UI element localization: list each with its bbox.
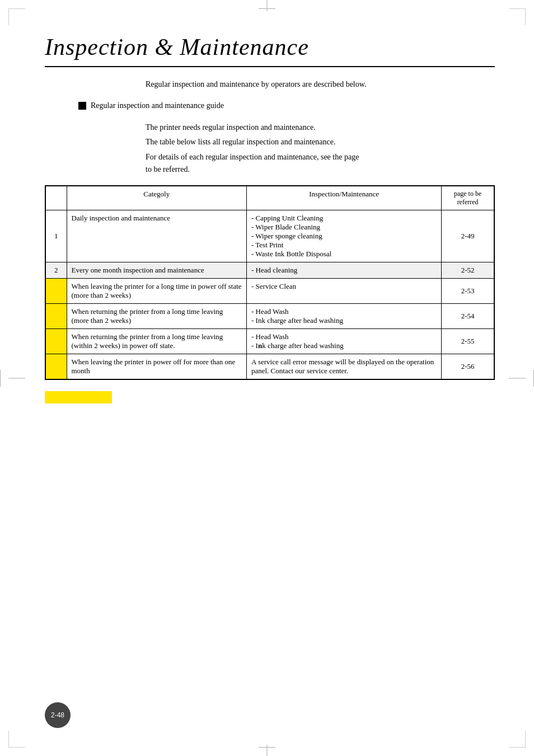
th-category: Categoly [67,186,246,210]
row-num-5 [46,328,67,354]
maintenance-table: Categoly Inspection/Maintenance page to … [45,186,494,379]
row-category-4: When returning the printer from a long t… [67,303,246,328]
table-row: 2 Every one month inspection and mainten… [46,262,494,278]
sub-intro-1: The printer needs regular inspection and… [146,121,495,134]
title-underline [45,66,495,67]
table-row: When leaving the printer for a long time… [46,278,494,303]
crosshair-left-h [8,378,25,378]
row-page-4: 2-54 [442,303,494,328]
corner-mark-br [509,731,526,748]
maintenance-table-wrapper: Categoly Inspection/Maintenance page to … [45,185,495,380]
row-page-6: 2-56 [442,354,494,379]
row-inspection-5: - Head Wash- Ink charge after head washi… [246,328,441,354]
table-row: When leaving the printer in power off fo… [46,354,494,379]
black-square-icon [78,102,86,110]
row-inspection-2: - Head cleaning [246,262,441,278]
row-inspection-6: A service call error message will be dis… [246,354,441,379]
row-category-6: When leaving the printer in power off fo… [67,354,246,379]
corner-mark-tr [509,8,526,25]
crosshair-right-h [509,378,526,378]
table-row: When returning the printer from a long t… [46,328,494,354]
page-content: Inspection & Maintenance Regular inspect… [45,34,495,403]
row-page-5: 2-55 [442,328,494,354]
crosshair-bottom-v [267,745,268,756]
row-num-1: 1 [46,210,67,262]
page-number-badge: 2-48 [45,702,71,728]
row-page-3: 2-53 [442,278,494,303]
crosshair-top-v [267,0,268,11]
table-row: 1 Daily inspection and maintenance - Cap… [46,210,494,262]
corner-mark-tl [8,8,25,25]
row-category-2: Every one month inspection and maintenan… [67,262,246,278]
row-page-2: 2-52 [442,262,494,278]
row-category-3: When leaving the printer for a long time… [67,278,246,303]
corner-mark-bl [8,731,25,748]
th-num [46,186,67,210]
section-header-text: Regular inspection and maintenance guide [91,101,224,110]
page-title: Inspection & Maintenance [45,34,495,60]
sub-intro-3: For details of each regular inspection a… [146,151,495,176]
row-num-4 [46,303,67,328]
table-header-row: Categoly Inspection/Maintenance page to … [46,186,494,210]
th-inspection: Inspection/Maintenance [246,186,441,210]
row-num-6 [46,354,67,379]
row-num-2: 2 [46,262,67,278]
row-inspection-4: - Head Wash- Ink charge after head washi… [246,303,441,328]
th-page: page to be referred [442,186,494,210]
page-number-text: 2-48 [51,711,64,719]
yellow-highlight-bar [45,391,112,403]
row-page-1: 2-49 [442,210,494,262]
row-inspection-1: - Capping Unit Cleaning - Wiper Blade Cl… [246,210,441,262]
sub-intro-2: The table below lists all regular inspec… [146,136,495,148]
row-category-1: Daily inspection and maintenance [67,210,246,262]
crosshair-left-v [0,370,1,387]
row-num-3 [46,278,67,303]
section-header: Regular inspection and maintenance guide [78,101,495,110]
intro-paragraph: Regular inspection and maintenance by op… [146,78,495,90]
table-row: When returning the printer from a long t… [46,303,494,328]
row-category-5: When returning the printer from a long t… [67,328,246,354]
row-inspection-3: - Service Clean [246,278,441,303]
